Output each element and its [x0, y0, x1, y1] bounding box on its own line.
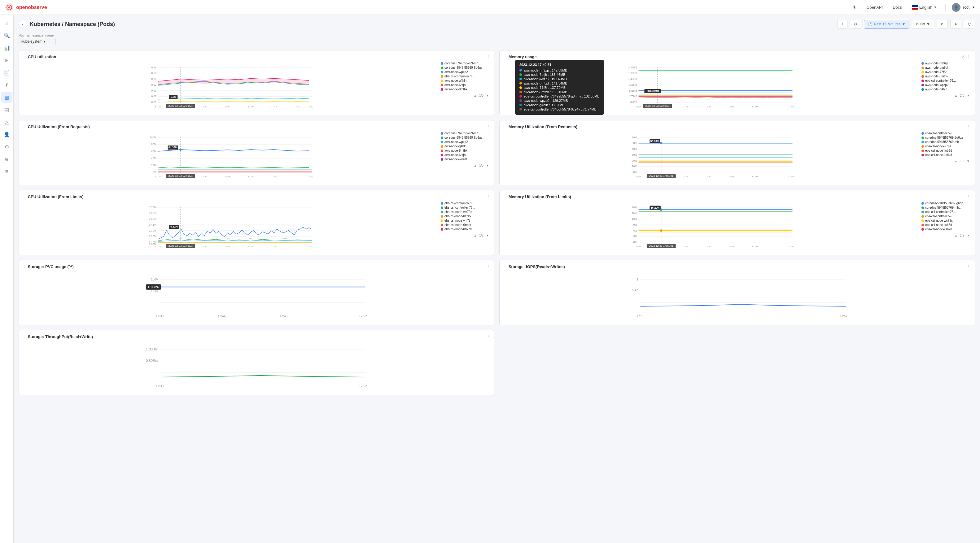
drag-handle[interactable]: ::: [503, 55, 506, 59]
nav-separator: [945, 4, 946, 11]
time-range-selector[interactable]: 🕐 Past 15 Minutes ▼: [864, 20, 909, 29]
drag-handle[interactable]: ::: [503, 125, 506, 129]
svg-text:17:44: 17:44: [218, 314, 226, 318]
legend-next-btn[interactable]: ▼: [485, 93, 490, 98]
legend-prev-btn[interactable]: ▲: [473, 233, 478, 238]
time-range-label: Past 15 Minutes: [874, 22, 900, 26]
docs-link[interactable]: Docs: [890, 4, 904, 11]
expand-button[interactable]: ⤢: [961, 54, 965, 59]
refresh-button[interactable]: ↺: [937, 20, 948, 29]
theme-toggle[interactable]: ☀: [850, 3, 859, 11]
sidebar-item-home[interactable]: ⌂: [1, 17, 13, 29]
namespace-filter: k8s_namespace_name kube-system ▾: [19, 33, 56, 45]
svg-text:2.33GB: 2.33GB: [628, 66, 637, 69]
legend-dot: [921, 67, 924, 69]
legend-dot: [441, 84, 443, 86]
legend-prev-btn[interactable]: ▲: [473, 163, 478, 168]
sidebar-item-user[interactable]: 👤: [1, 129, 13, 140]
openapi-link[interactable]: OpenAPI: [864, 4, 885, 11]
panel-title-text: Memory Utilization (From Requests): [509, 124, 578, 129]
svg-text:17:44: 17:44: [682, 105, 688, 108]
svg-text:17:52: 17:52: [788, 105, 794, 108]
sidebar-item-table[interactable]: ▤: [1, 104, 13, 115]
legend-dot: [441, 219, 443, 222]
svg-text:0.70%: 0.70%: [149, 206, 156, 209]
legend-next-btn[interactable]: ▼: [966, 159, 971, 164]
legend-label: coredns-5948f55769-8g6qz: [925, 202, 963, 205]
drag-handle[interactable]: ::: [22, 195, 25, 198]
legend-prev-btn[interactable]: ▲: [953, 93, 959, 98]
mem-lim-chart-svg: 18% 15% 12% 9% 6% 3% 0%: [503, 202, 919, 248]
legend-prev-btn[interactable]: ▲: [953, 159, 959, 164]
svg-text:15%: 15%: [151, 277, 158, 281]
svg-text:17:38: 17:38: [636, 105, 641, 108]
sidebar-item-function[interactable]: ƒ: [1, 79, 13, 90]
legend-next-btn[interactable]: ▼: [966, 93, 971, 98]
panel-header: :: CPU utilization ⋮: [22, 54, 490, 59]
legend-label: ebs-csi-controller-76...: [925, 132, 956, 135]
svg-text:17:46: 17:46: [224, 245, 231, 248]
legend-dot: [441, 228, 443, 231]
sidebar-item-search[interactable]: 🔍: [1, 30, 13, 41]
share-button[interactable]: ⬡: [964, 20, 975, 29]
drag-handle[interactable]: ::: [22, 125, 25, 129]
add-panel-button[interactable]: +: [837, 20, 848, 29]
auto-refresh-arrow: ▼: [926, 22, 930, 26]
download-button[interactable]: ⬇: [950, 20, 961, 29]
drag-handle[interactable]: ::: [503, 195, 506, 198]
legend-item: aws-node-8mtbk: [921, 75, 971, 78]
legend-dot: [921, 206, 924, 209]
panel-menu-button[interactable]: ⋮: [967, 194, 971, 199]
drag-handle[interactable]: ::: [22, 335, 25, 338]
legend-prev-btn[interactable]: ▲: [953, 233, 959, 238]
drag-handle[interactable]: ::: [22, 55, 25, 59]
settings-button[interactable]: ⚙: [850, 20, 861, 29]
legend-next-btn[interactable]: ▼: [485, 163, 490, 168]
panel-menu-button[interactable]: ⋮: [967, 54, 971, 59]
sidebar-item-file[interactable]: 📄: [1, 67, 13, 78]
legend-label: ebs-csi-node-w79s: [925, 144, 951, 148]
legend-item: aws-node-nh9zp: [921, 62, 971, 65]
filter-dropdown[interactable]: kube-system ▾: [19, 38, 56, 45]
sidebar-item-grid[interactable]: ⊞: [1, 54, 13, 66]
drag-handle[interactable]: ::: [503, 265, 506, 268]
svg-text:20%: 20%: [632, 159, 637, 162]
legend-item: coredns-5948f55769-mh...: [441, 62, 490, 65]
legend-dot: [441, 158, 443, 161]
svg-text:12%: 12%: [632, 218, 637, 221]
panel-menu-button[interactable]: ⋮: [486, 124, 490, 129]
panel-menu-button[interactable]: ⋮: [486, 194, 490, 199]
legend-next-btn[interactable]: ▼: [966, 233, 971, 238]
legend-item: coredns-5948f55769-mh...: [441, 132, 490, 135]
legend-dot: [921, 219, 924, 222]
app-logo[interactable]: openobserve: [5, 3, 47, 12]
drag-handle[interactable]: ::: [22, 265, 25, 268]
panel-title-text: Storage: ThroughPut(Read+Write): [28, 334, 93, 339]
language-selector[interactable]: English ▼: [909, 4, 939, 11]
auto-refresh-button[interactable]: ↺ Off ▼: [912, 20, 934, 29]
panel-menu-button[interactable]: ⋮: [967, 124, 971, 129]
sidebar-item-dashboard[interactable]: ▦: [1, 92, 13, 103]
sidebar-item-settings[interactable]: ⚙: [1, 141, 13, 152]
panel-menu-button[interactable]: ⋮: [486, 334, 490, 339]
panel-menu-button[interactable]: ⋮: [486, 264, 490, 269]
user-menu[interactable]: 👤 root ▼: [952, 3, 975, 12]
svg-text:40%: 40%: [151, 157, 156, 160]
legend-dot: [441, 62, 443, 65]
panel-menu-button[interactable]: ⋮: [967, 264, 971, 269]
svg-text:2023-12-23 17:41:01: 2023-12-23 17:41:01: [649, 174, 674, 178]
svg-text:10%: 10%: [632, 165, 637, 168]
sidebar-item-chart[interactable]: 📊: [1, 42, 13, 53]
legend-prev-btn[interactable]: ▲: [473, 93, 478, 98]
back-button[interactable]: ‹: [19, 20, 27, 29]
svg-text:17:44: 17:44: [224, 105, 231, 108]
panel-menu-button[interactable]: ⋮: [486, 54, 490, 59]
sidebar-item-menu[interactable]: ≡: [1, 166, 13, 177]
sidebar-item-filter[interactable]: △: [1, 116, 13, 127]
sidebar-item-plugin[interactable]: ⊕: [1, 154, 13, 165]
legend-next-btn[interactable]: ▼: [485, 233, 490, 238]
legend-dot: [921, 75, 924, 78]
svg-text:17:38: 17:38: [636, 175, 641, 178]
legend-label: ebs-csi-controller-76...: [925, 210, 956, 214]
panel-title-text: CPU Utilization (From Limits): [28, 194, 84, 199]
